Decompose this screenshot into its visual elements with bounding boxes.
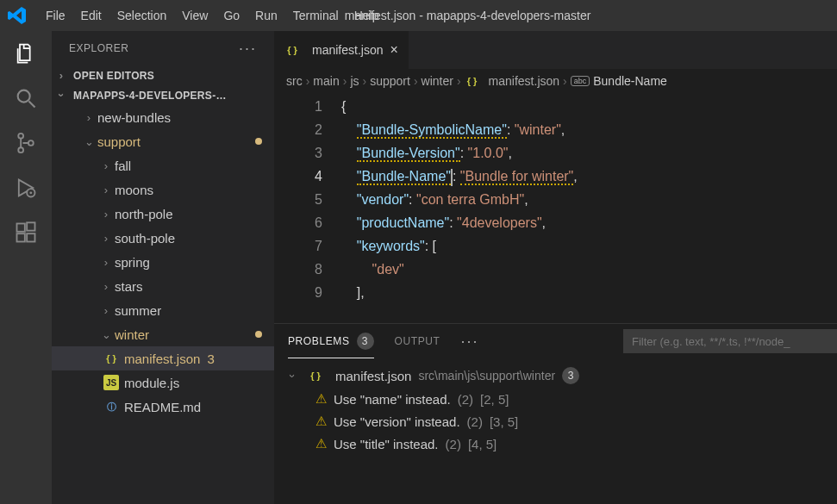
modified-indicator [255, 331, 262, 338]
menu-go[interactable]: Go [215, 9, 247, 22]
problems-filter-input[interactable] [623, 329, 837, 353]
tree-file[interactable]: { }manifest.json3 [52, 346, 274, 370]
chevron-icon: › [100, 256, 112, 269]
tree-label: module.js [124, 376, 179, 390]
tree-folder[interactable]: ›fall [52, 153, 274, 177]
problems-file-path: src\main\js\support\winter [418, 369, 555, 383]
editor[interactable]: 123456789 { "Bundle-SymbolicName": "wint… [274, 93, 837, 323]
menu-edit[interactable]: Edit [73, 9, 109, 22]
tab-problems[interactable]: PROBLEMS3 [288, 324, 374, 358]
crumb[interactable]: Bundle-Name [593, 74, 667, 88]
tree-label: south-pole [115, 231, 175, 246]
problem-source: (2) [467, 414, 483, 429]
menu-bar: File Edit Selection View Go Run Terminal… [0, 0, 837, 31]
problem-item[interactable]: ⚠Use "title" instead. (2) [4, 5] [283, 432, 828, 455]
problem-source: (2) [458, 392, 473, 407]
info-icon: ⓘ [103, 399, 119, 414]
chevron-icon: › [100, 232, 112, 245]
explorer-icon[interactable] [14, 41, 38, 65]
tab-manifest[interactable]: { } manifest.json × [274, 31, 409, 69]
svg-point-6 [29, 191, 32, 194]
menu-run[interactable]: Run [247, 9, 285, 22]
bottom-panel: PROBLEMS3 OUTPUT ··· › { } manifest.json… [274, 323, 837, 504]
menu-terminal[interactable]: Terminal [285, 9, 347, 22]
tree-folder[interactable]: ›new-bundles [52, 105, 274, 129]
string-icon: abc [571, 76, 590, 86]
svg-point-3 [18, 147, 23, 152]
modified-indicator [255, 138, 262, 145]
crumb[interactable]: main [313, 74, 339, 88]
problem-item[interactable]: ⚠Use "name" instead. (2) [2, 5] [283, 388, 828, 410]
open-editors-label: OPEN EDITORS [73, 70, 154, 82]
problem-item[interactable]: ⚠Use "version" instead. (2) [3, 5] [283, 410, 828, 432]
explorer-more-icon[interactable]: ··· [239, 40, 257, 58]
crumb[interactable]: support [370, 74, 410, 88]
tree-file[interactable]: ⓘREADME.md [52, 395, 274, 419]
tree-folder[interactable]: ⌄support [52, 129, 274, 153]
chevron-icon: › [100, 304, 112, 317]
extensions-icon[interactable] [14, 221, 38, 245]
line-gutter: 123456789 [274, 93, 341, 323]
json-icon: { } [308, 368, 323, 383]
close-icon[interactable]: × [390, 42, 397, 58]
tree-folder[interactable]: ›moons [52, 177, 274, 202]
tabs-bar: { } manifest.json × [274, 31, 837, 69]
file-badge: 3 [207, 352, 214, 366]
window-title: manifest.json - mapapps-4-developers-mas… [345, 9, 591, 22]
tab-title: manifest.json [312, 43, 383, 57]
chevron-icon: › [100, 159, 112, 172]
tree-label: fall [115, 159, 131, 173]
tree-label: support [97, 134, 141, 149]
problem-message: Use "title" instead. [334, 437, 439, 451]
tab-output[interactable]: OUTPUT [395, 324, 440, 358]
source-control-icon[interactable] [14, 131, 38, 155]
tree-label: stars [115, 279, 143, 294]
crumb[interactable]: src [286, 74, 303, 88]
svg-rect-9 [27, 233, 34, 241]
tree-label: spring [115, 255, 150, 270]
problem-location: [2, 5] [480, 392, 509, 407]
panel-more-icon[interactable]: ··· [460, 333, 478, 351]
crumb[interactable]: winter [422, 74, 453, 88]
crumb[interactable]: js [350, 74, 359, 88]
tree-folder[interactable]: ⌄winter [52, 322, 274, 346]
tree-folder[interactable]: ›north-pole [52, 202, 274, 226]
json-icon: { } [284, 42, 300, 58]
warning-icon: ⚠ [315, 436, 327, 451]
problems-file-row[interactable]: › { } manifest.json src\main\js\support\… [283, 364, 828, 388]
chevron-icon: › [100, 280, 112, 293]
code-content[interactable]: { "Bundle-SymbolicName": "winter", "Bund… [341, 93, 837, 323]
tree-label: summer [115, 303, 161, 318]
tree-folder[interactable]: ›south-pole [52, 226, 274, 250]
tree-file[interactable]: JSmodule.js [52, 370, 274, 395]
problems-file-count: 3 [562, 367, 579, 384]
tree-folder[interactable]: ›spring [52, 250, 274, 274]
tree-label: north-pole [115, 207, 173, 221]
json-icon: { } [103, 351, 119, 366]
menu-selection[interactable]: Selection [109, 9, 175, 22]
svg-rect-7 [17, 224, 25, 232]
tree-label: winter [115, 327, 149, 342]
editor-group: { } manifest.json × src› main› js› suppo… [274, 31, 837, 504]
project-section[interactable]: ›MAPAPPS-4-DEVELOPERS-… [52, 85, 274, 105]
svg-rect-8 [17, 233, 25, 241]
chevron-icon: › [100, 208, 112, 221]
svg-line-1 [29, 102, 35, 108]
tree-folder[interactable]: ›stars [52, 274, 274, 298]
menu-file[interactable]: File [38, 9, 73, 22]
problems-label: PROBLEMS [288, 335, 350, 347]
crumb[interactable]: manifest.json [489, 74, 559, 88]
tree-folder[interactable]: ›summer [52, 298, 274, 322]
vscode-logo [7, 5, 28, 26]
problem-source: (2) [446, 437, 461, 451]
search-icon[interactable] [14, 86, 38, 110]
problems-file-name: manifest.json [335, 369, 411, 383]
problem-message: Use "version" instead. [334, 414, 460, 429]
menu-view[interactable]: View [174, 9, 215, 22]
breadcrumb[interactable]: src› main› js› support› winter› { } mani… [274, 69, 837, 93]
svg-point-2 [18, 134, 23, 139]
open-editors-section[interactable]: ›OPEN EDITORS [52, 65, 274, 85]
activity-bar [0, 31, 52, 504]
tree-label: new-bundles [97, 110, 171, 125]
debug-icon[interactable] [14, 176, 38, 200]
